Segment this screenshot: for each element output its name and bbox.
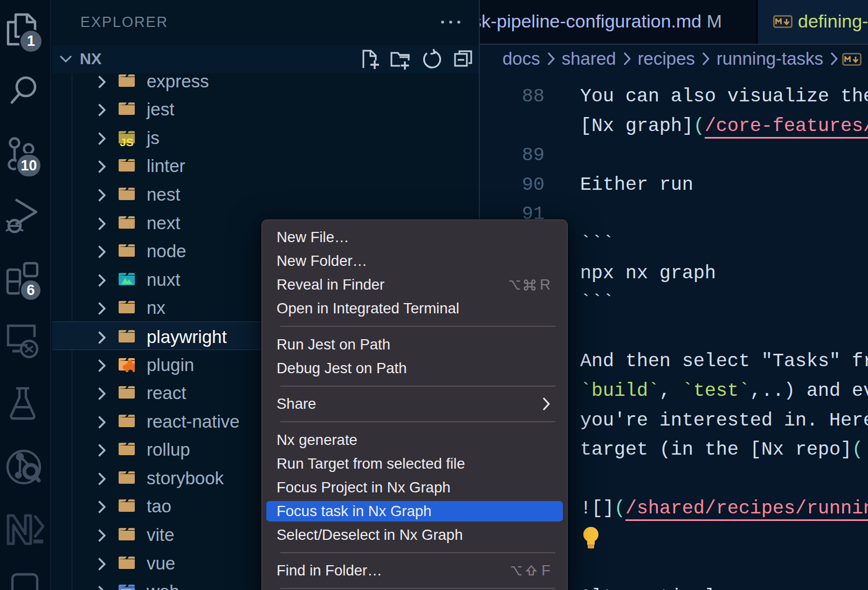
svg-text:JS: JS [120,136,134,148]
